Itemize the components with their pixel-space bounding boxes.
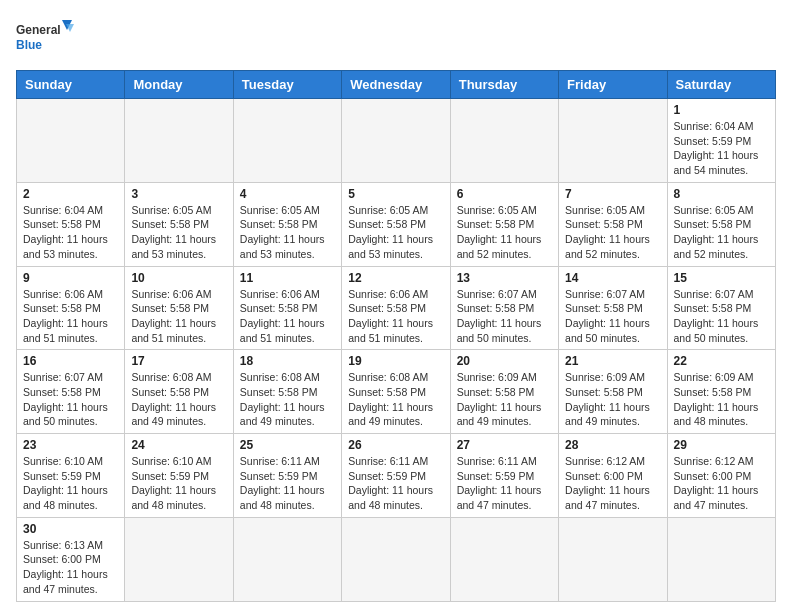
calendar-cell: 26Sunrise: 6:11 AM Sunset: 5:59 PM Dayli… bbox=[342, 434, 450, 518]
logo: General Blue bbox=[16, 16, 76, 58]
calendar-cell: 2Sunrise: 6:04 AM Sunset: 5:58 PM Daylig… bbox=[17, 182, 125, 266]
day-info: Sunrise: 6:04 AM Sunset: 5:59 PM Dayligh… bbox=[674, 119, 769, 178]
day-number: 12 bbox=[348, 271, 443, 285]
day-number: 29 bbox=[674, 438, 769, 452]
calendar-cell: 19Sunrise: 6:08 AM Sunset: 5:58 PM Dayli… bbox=[342, 350, 450, 434]
day-number: 16 bbox=[23, 354, 118, 368]
calendar-table: SundayMondayTuesdayWednesdayThursdayFrid… bbox=[16, 70, 776, 602]
day-info: Sunrise: 6:06 AM Sunset: 5:58 PM Dayligh… bbox=[131, 287, 226, 346]
calendar-cell bbox=[559, 517, 667, 601]
calendar-cell: 7Sunrise: 6:05 AM Sunset: 5:58 PM Daylig… bbox=[559, 182, 667, 266]
day-info: Sunrise: 6:08 AM Sunset: 5:58 PM Dayligh… bbox=[131, 370, 226, 429]
day-info: Sunrise: 6:11 AM Sunset: 5:59 PM Dayligh… bbox=[348, 454, 443, 513]
day-info: Sunrise: 6:10 AM Sunset: 5:59 PM Dayligh… bbox=[131, 454, 226, 513]
calendar-cell: 27Sunrise: 6:11 AM Sunset: 5:59 PM Dayli… bbox=[450, 434, 558, 518]
calendar-cell: 30Sunrise: 6:13 AM Sunset: 6:00 PM Dayli… bbox=[17, 517, 125, 601]
day-number: 11 bbox=[240, 271, 335, 285]
day-info: Sunrise: 6:05 AM Sunset: 5:58 PM Dayligh… bbox=[348, 203, 443, 262]
day-info: Sunrise: 6:08 AM Sunset: 5:58 PM Dayligh… bbox=[348, 370, 443, 429]
day-number: 30 bbox=[23, 522, 118, 536]
day-number: 8 bbox=[674, 187, 769, 201]
day-number: 9 bbox=[23, 271, 118, 285]
svg-text:General: General bbox=[16, 23, 61, 37]
weekday-header-monday: Monday bbox=[125, 71, 233, 99]
calendar-cell: 28Sunrise: 6:12 AM Sunset: 6:00 PM Dayli… bbox=[559, 434, 667, 518]
day-number: 22 bbox=[674, 354, 769, 368]
calendar-cell: 15Sunrise: 6:07 AM Sunset: 5:58 PM Dayli… bbox=[667, 266, 775, 350]
calendar-cell: 11Sunrise: 6:06 AM Sunset: 5:58 PM Dayli… bbox=[233, 266, 341, 350]
day-number: 13 bbox=[457, 271, 552, 285]
calendar-cell: 24Sunrise: 6:10 AM Sunset: 5:59 PM Dayli… bbox=[125, 434, 233, 518]
day-info: Sunrise: 6:07 AM Sunset: 5:58 PM Dayligh… bbox=[23, 370, 118, 429]
calendar-cell bbox=[233, 99, 341, 183]
logo-svg: General Blue bbox=[16, 16, 76, 58]
calendar-cell bbox=[450, 99, 558, 183]
calendar-cell: 3Sunrise: 6:05 AM Sunset: 5:58 PM Daylig… bbox=[125, 182, 233, 266]
calendar-header-row: SundayMondayTuesdayWednesdayThursdayFrid… bbox=[17, 71, 776, 99]
day-number: 18 bbox=[240, 354, 335, 368]
day-number: 21 bbox=[565, 354, 660, 368]
day-number: 27 bbox=[457, 438, 552, 452]
day-number: 14 bbox=[565, 271, 660, 285]
day-number: 28 bbox=[565, 438, 660, 452]
weekday-header-friday: Friday bbox=[559, 71, 667, 99]
calendar-cell bbox=[450, 517, 558, 601]
day-number: 19 bbox=[348, 354, 443, 368]
calendar-cell: 20Sunrise: 6:09 AM Sunset: 5:58 PM Dayli… bbox=[450, 350, 558, 434]
day-number: 17 bbox=[131, 354, 226, 368]
day-number: 15 bbox=[674, 271, 769, 285]
calendar-cell: 5Sunrise: 6:05 AM Sunset: 5:58 PM Daylig… bbox=[342, 182, 450, 266]
calendar-cell: 14Sunrise: 6:07 AM Sunset: 5:58 PM Dayli… bbox=[559, 266, 667, 350]
day-info: Sunrise: 6:07 AM Sunset: 5:58 PM Dayligh… bbox=[565, 287, 660, 346]
calendar-cell bbox=[342, 517, 450, 601]
calendar-cell: 18Sunrise: 6:08 AM Sunset: 5:58 PM Dayli… bbox=[233, 350, 341, 434]
day-number: 6 bbox=[457, 187, 552, 201]
day-number: 24 bbox=[131, 438, 226, 452]
weekday-header-tuesday: Tuesday bbox=[233, 71, 341, 99]
calendar-cell: 13Sunrise: 6:07 AM Sunset: 5:58 PM Dayli… bbox=[450, 266, 558, 350]
calendar-week-5: 23Sunrise: 6:10 AM Sunset: 5:59 PM Dayli… bbox=[17, 434, 776, 518]
calendar-week-1: 1Sunrise: 6:04 AM Sunset: 5:59 PM Daylig… bbox=[17, 99, 776, 183]
day-info: Sunrise: 6:09 AM Sunset: 5:58 PM Dayligh… bbox=[457, 370, 552, 429]
calendar-cell: 4Sunrise: 6:05 AM Sunset: 5:58 PM Daylig… bbox=[233, 182, 341, 266]
day-info: Sunrise: 6:11 AM Sunset: 5:59 PM Dayligh… bbox=[240, 454, 335, 513]
calendar-cell bbox=[667, 517, 775, 601]
page-header: General Blue bbox=[16, 16, 776, 58]
day-info: Sunrise: 6:11 AM Sunset: 5:59 PM Dayligh… bbox=[457, 454, 552, 513]
day-number: 1 bbox=[674, 103, 769, 117]
calendar-cell bbox=[125, 517, 233, 601]
calendar-week-2: 2Sunrise: 6:04 AM Sunset: 5:58 PM Daylig… bbox=[17, 182, 776, 266]
calendar-cell: 1Sunrise: 6:04 AM Sunset: 5:59 PM Daylig… bbox=[667, 99, 775, 183]
weekday-header-thursday: Thursday bbox=[450, 71, 558, 99]
day-info: Sunrise: 6:05 AM Sunset: 5:58 PM Dayligh… bbox=[131, 203, 226, 262]
calendar-week-3: 9Sunrise: 6:06 AM Sunset: 5:58 PM Daylig… bbox=[17, 266, 776, 350]
calendar-cell: 25Sunrise: 6:11 AM Sunset: 5:59 PM Dayli… bbox=[233, 434, 341, 518]
calendar-cell: 21Sunrise: 6:09 AM Sunset: 5:58 PM Dayli… bbox=[559, 350, 667, 434]
calendar-cell: 6Sunrise: 6:05 AM Sunset: 5:58 PM Daylig… bbox=[450, 182, 558, 266]
calendar-cell: 12Sunrise: 6:06 AM Sunset: 5:58 PM Dayli… bbox=[342, 266, 450, 350]
day-info: Sunrise: 6:05 AM Sunset: 5:58 PM Dayligh… bbox=[674, 203, 769, 262]
day-info: Sunrise: 6:12 AM Sunset: 6:00 PM Dayligh… bbox=[674, 454, 769, 513]
calendar-cell: 29Sunrise: 6:12 AM Sunset: 6:00 PM Dayli… bbox=[667, 434, 775, 518]
day-info: Sunrise: 6:06 AM Sunset: 5:58 PM Dayligh… bbox=[348, 287, 443, 346]
day-info: Sunrise: 6:09 AM Sunset: 5:58 PM Dayligh… bbox=[565, 370, 660, 429]
day-info: Sunrise: 6:05 AM Sunset: 5:58 PM Dayligh… bbox=[457, 203, 552, 262]
day-number: 23 bbox=[23, 438, 118, 452]
calendar-cell bbox=[17, 99, 125, 183]
day-info: Sunrise: 6:07 AM Sunset: 5:58 PM Dayligh… bbox=[674, 287, 769, 346]
day-number: 5 bbox=[348, 187, 443, 201]
day-info: Sunrise: 6:05 AM Sunset: 5:58 PM Dayligh… bbox=[565, 203, 660, 262]
calendar-cell bbox=[125, 99, 233, 183]
day-number: 7 bbox=[565, 187, 660, 201]
weekday-header-sunday: Sunday bbox=[17, 71, 125, 99]
day-number: 3 bbox=[131, 187, 226, 201]
day-number: 4 bbox=[240, 187, 335, 201]
day-number: 20 bbox=[457, 354, 552, 368]
calendar-week-6: 30Sunrise: 6:13 AM Sunset: 6:00 PM Dayli… bbox=[17, 517, 776, 601]
day-info: Sunrise: 6:04 AM Sunset: 5:58 PM Dayligh… bbox=[23, 203, 118, 262]
day-info: Sunrise: 6:05 AM Sunset: 5:58 PM Dayligh… bbox=[240, 203, 335, 262]
calendar-cell: 16Sunrise: 6:07 AM Sunset: 5:58 PM Dayli… bbox=[17, 350, 125, 434]
calendar-cell: 22Sunrise: 6:09 AM Sunset: 5:58 PM Dayli… bbox=[667, 350, 775, 434]
day-info: Sunrise: 6:10 AM Sunset: 5:59 PM Dayligh… bbox=[23, 454, 118, 513]
day-info: Sunrise: 6:09 AM Sunset: 5:58 PM Dayligh… bbox=[674, 370, 769, 429]
